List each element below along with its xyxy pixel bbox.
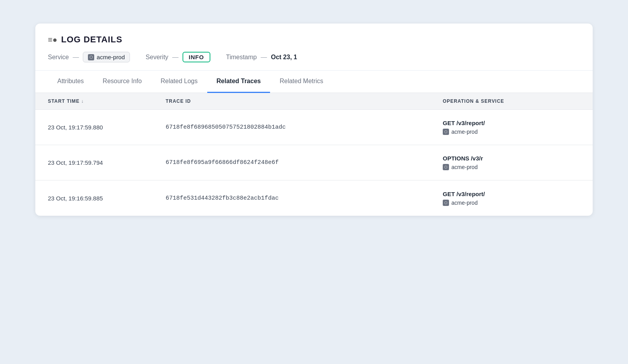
table-header-row: START TIME ↓ TRACE ID OPERATION & SERVIC…: [35, 93, 593, 110]
severity-label: Severity: [146, 54, 168, 61]
op-service-cube-icon-3: ⬡: [443, 200, 449, 206]
timestamp-value: Oct 23, 1: [271, 54, 297, 61]
panel-header: ≡● LOG DETAILS Service — ⬡ acme-prod Sev…: [35, 24, 593, 71]
header-title-row: ≡● LOG DETAILS: [48, 35, 580, 45]
cell-operation-2: OPTIONS /v3/r ⬡ acme-prod: [443, 147, 580, 178]
op-service-cube-icon-2: ⬡: [443, 164, 449, 170]
timestamp-dash: —: [261, 54, 267, 61]
operation-name-2: OPTIONS /v3/r: [443, 155, 580, 162]
cell-trace-id-3: 6718fe531d443282fb3c88e2acb1fdac: [166, 187, 443, 209]
cell-start-time-3: 23 Oct, 19:16:59.885: [48, 187, 166, 209]
col-trace-id: TRACE ID: [166, 98, 443, 104]
op-service-label-2: acme-prod: [451, 164, 478, 170]
op-service-label-3: acme-prod: [451, 200, 478, 206]
op-service-cube-icon-1: ⬡: [443, 129, 449, 135]
table-row[interactable]: 23 Oct, 19:16:59.885 6718fe531d443282fb3…: [35, 180, 593, 216]
cell-trace-id-2: 6718fe8f695a9f66866df8624f248e6f: [166, 151, 443, 174]
tab-related-metrics[interactable]: Related Metrics: [270, 71, 332, 93]
header-meta-row: Service — ⬡ acme-prod Severity — INFO Ti…: [48, 52, 580, 62]
tab-related-traces[interactable]: Related Traces: [207, 71, 270, 93]
timestamp-label: Timestamp: [226, 54, 257, 61]
tab-resource-info[interactable]: Resource Info: [93, 71, 152, 93]
table-row[interactable]: 23 Oct, 19:17:59.794 6718fe8f695a9f66866…: [35, 145, 593, 180]
operation-service-2: ⬡ acme-prod: [443, 164, 580, 170]
severity-dash: —: [172, 54, 179, 61]
service-value: acme-prod: [97, 54, 125, 60]
service-cube-icon: ⬡: [88, 54, 94, 60]
cell-operation-1: GET /v3/report/ ⬡ acme-prod: [443, 112, 580, 143]
traces-table: START TIME ↓ TRACE ID OPERATION & SERVIC…: [35, 93, 593, 216]
timestamp-meta: Timestamp — Oct 23, 1: [226, 54, 297, 61]
service-label: Service: [48, 54, 69, 61]
tabs-bar: Attributes Resource Info Related Logs Re…: [35, 71, 593, 93]
severity-badge: INFO: [183, 52, 210, 62]
service-meta: Service — ⬡ acme-prod: [48, 52, 130, 62]
operation-name-3: GET /v3/report/: [443, 191, 580, 197]
severity-meta: Severity — INFO: [146, 52, 210, 62]
cell-start-time-1: 23 Oct, 19:17:59.880: [48, 116, 166, 138]
col-operation-service: OPERATION & SERVICE: [443, 98, 580, 104]
sort-down-icon: ↓: [81, 98, 84, 104]
op-service-label-1: acme-prod: [451, 129, 478, 135]
cell-start-time-2: 23 Oct, 19:17:59.794: [48, 151, 166, 174]
log-details-icon: ≡●: [48, 35, 57, 44]
page-title: LOG DETAILS: [61, 35, 122, 45]
service-badge[interactable]: ⬡ acme-prod: [83, 52, 130, 62]
cell-trace-id-1: 6718fe8f689685050757521802884b1adc: [166, 116, 443, 138]
cell-operation-3: GET /v3/report/ ⬡ acme-prod: [443, 183, 580, 214]
tab-attributes[interactable]: Attributes: [48, 71, 93, 93]
operation-service-3: ⬡ acme-prod: [443, 200, 580, 206]
operation-name-1: GET /v3/report/: [443, 120, 580, 126]
col-start-time[interactable]: START TIME ↓: [48, 98, 166, 104]
log-details-panel: ≡● LOG DETAILS Service — ⬡ acme-prod Sev…: [35, 24, 593, 216]
table-row[interactable]: 23 Oct, 19:17:59.880 6718fe8f68968505075…: [35, 110, 593, 145]
service-dash: —: [73, 54, 79, 61]
operation-service-1: ⬡ acme-prod: [443, 129, 580, 135]
tab-related-logs[interactable]: Related Logs: [151, 71, 207, 93]
